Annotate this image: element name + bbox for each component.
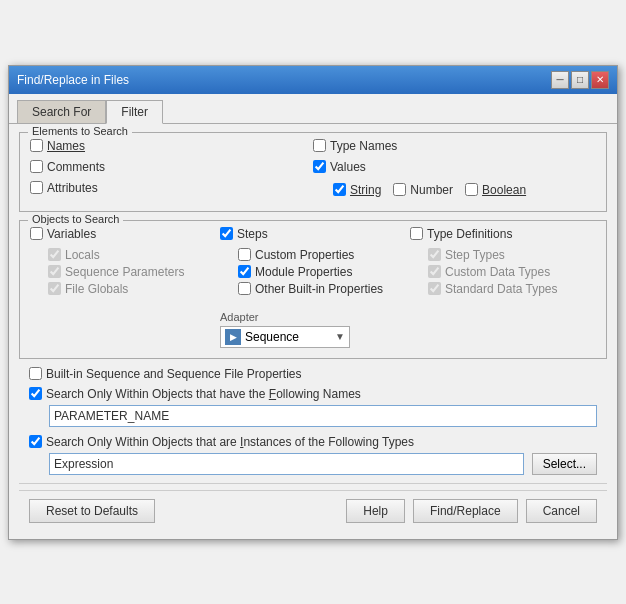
typenames-label: Type Names bbox=[330, 139, 397, 153]
objects-col2: Steps Custom Properties Module Propertie… bbox=[220, 227, 406, 348]
file-globals-checkbox[interactable] bbox=[48, 282, 61, 295]
objects-group: Objects to Search Variables Locals Seque… bbox=[19, 220, 607, 359]
checkbox-step-types: Step Types bbox=[428, 248, 596, 262]
names-checkbox[interactable] bbox=[30, 139, 43, 152]
filter-tab-content: Elements to Search Names Comments Attrib… bbox=[9, 123, 617, 539]
search-instances-label: Search Only Within Objects that are Inst… bbox=[46, 435, 414, 449]
builtin-seq-label: Built-in Sequence and Sequence File Prop… bbox=[46, 367, 302, 381]
objects-col3: Type Definitions Step Types Custom Data … bbox=[410, 227, 596, 348]
elements-col1: Names Comments Attributes bbox=[30, 139, 313, 201]
step-types-label: Step Types bbox=[445, 248, 505, 262]
variables-checkbox[interactable] bbox=[30, 227, 43, 240]
seq-params-label: Sequence Parameters bbox=[65, 265, 184, 279]
custom-data-types-checkbox[interactable] bbox=[428, 265, 441, 278]
checkbox-file-globals: File Globals bbox=[48, 282, 216, 296]
step-types-checkbox[interactable] bbox=[428, 248, 441, 261]
main-window: Find/Replace in Files ─ □ ✕ Search For F… bbox=[8, 65, 618, 540]
checkbox-steps: Steps bbox=[220, 227, 406, 241]
adapter-section: Adapter ▶ Sequence ▼ bbox=[220, 305, 406, 348]
search-names-row: Search Only Within Objects that have the… bbox=[29, 387, 597, 401]
search-instances-input[interactable] bbox=[49, 453, 524, 475]
custom-props-checkbox[interactable] bbox=[238, 248, 251, 261]
boolean-checkbox[interactable] bbox=[465, 183, 478, 196]
search-names-input[interactable] bbox=[49, 405, 597, 427]
type-defs-checkbox[interactable] bbox=[410, 227, 423, 240]
select-button[interactable]: Select... bbox=[532, 453, 597, 475]
checkbox-attributes: Attributes bbox=[30, 181, 313, 195]
checkbox-boolean: Boolean bbox=[465, 183, 526, 197]
checkbox-comments: Comments bbox=[30, 160, 313, 174]
maximize-button[interactable]: □ bbox=[571, 71, 589, 89]
module-props-label: Module Properties bbox=[255, 265, 352, 279]
tab-filter[interactable]: Filter bbox=[106, 100, 163, 124]
names-label: Names bbox=[47, 139, 85, 153]
adapter-icon: ▶ bbox=[225, 329, 241, 345]
objects-col1: Variables Locals Sequence Parameters Fil… bbox=[30, 227, 216, 348]
seq-params-checkbox[interactable] bbox=[48, 265, 61, 278]
other-builtin-label: Other Built-in Properties bbox=[255, 282, 383, 296]
checkbox-seq-params: Sequence Parameters bbox=[48, 265, 216, 279]
elements-col2: Type Names Values String Number bbox=[313, 139, 596, 201]
close-button[interactable]: ✕ bbox=[591, 71, 609, 89]
objects-grid: Variables Locals Sequence Parameters Fil… bbox=[30, 227, 596, 348]
checkbox-other-builtin: Other Built-in Properties bbox=[238, 282, 406, 296]
checkbox-standard-data-types: Standard Data Types bbox=[428, 282, 596, 296]
attributes-checkbox[interactable] bbox=[30, 181, 43, 194]
checkbox-custom-props: Custom Properties bbox=[238, 248, 406, 262]
file-globals-label: File Globals bbox=[65, 282, 128, 296]
find-replace-button[interactable]: Find/Replace bbox=[413, 499, 518, 523]
search-instances-checkbox[interactable] bbox=[29, 435, 42, 448]
values-checkbox[interactable] bbox=[313, 160, 326, 173]
search-names-checkbox[interactable] bbox=[29, 387, 42, 400]
tab-bar: Search For Filter bbox=[9, 94, 617, 123]
help-button[interactable]: Help bbox=[346, 499, 405, 523]
objects-group-title: Objects to Search bbox=[28, 213, 123, 225]
cancel-button[interactable]: Cancel bbox=[526, 499, 597, 523]
checkbox-variables: Variables bbox=[30, 227, 216, 241]
checkbox-type-defs: Type Definitions bbox=[410, 227, 596, 241]
checkbox-string: String bbox=[333, 183, 381, 197]
tab-search-for[interactable]: Search For bbox=[17, 100, 106, 123]
comments-checkbox[interactable] bbox=[30, 160, 43, 173]
reset-button[interactable]: Reset to Defaults bbox=[29, 499, 155, 523]
divider bbox=[19, 483, 607, 484]
steps-checkbox[interactable] bbox=[220, 227, 233, 240]
checkbox-locals: Locals bbox=[48, 248, 216, 262]
comments-label: Comments bbox=[47, 160, 105, 174]
custom-data-types-label: Custom Data Types bbox=[445, 265, 550, 279]
checkbox-typenames: Type Names bbox=[313, 139, 596, 153]
string-label: String bbox=[350, 183, 381, 197]
module-props-checkbox[interactable] bbox=[238, 265, 251, 278]
values-sub: String Number Boolean bbox=[333, 183, 596, 201]
other-builtin-checkbox[interactable] bbox=[238, 282, 251, 295]
elements-group: Elements to Search Names Comments Attrib… bbox=[19, 132, 607, 212]
custom-props-label: Custom Properties bbox=[255, 248, 354, 262]
checkbox-module-props: Module Properties bbox=[238, 265, 406, 279]
minimize-button[interactable]: ─ bbox=[551, 71, 569, 89]
standard-data-types-checkbox[interactable] bbox=[428, 282, 441, 295]
title-bar: Find/Replace in Files ─ □ ✕ bbox=[9, 66, 617, 94]
footer-right: Help Find/Replace Cancel bbox=[346, 499, 597, 523]
locals-label: Locals bbox=[65, 248, 100, 262]
footer: Reset to Defaults Help Find/Replace Canc… bbox=[19, 490, 607, 531]
search-instances-input-row: Select... bbox=[29, 453, 597, 475]
locals-checkbox[interactable] bbox=[48, 248, 61, 261]
elements-grid: Names Comments Attributes Type Names bbox=[30, 139, 596, 201]
checkbox-number: Number bbox=[393, 183, 453, 197]
adapter-dropdown[interactable]: ▶ Sequence ▼ bbox=[220, 326, 350, 348]
number-checkbox[interactable] bbox=[393, 183, 406, 196]
steps-label: Steps bbox=[237, 227, 268, 241]
builtin-seq-checkbox[interactable] bbox=[29, 367, 42, 380]
type-defs-label: Type Definitions bbox=[427, 227, 512, 241]
search-names-input-row bbox=[29, 405, 597, 427]
checkbox-names: Names bbox=[30, 139, 313, 153]
values-label: Values bbox=[330, 160, 366, 174]
boolean-label: Boolean bbox=[482, 183, 526, 197]
string-checkbox[interactable] bbox=[333, 183, 346, 196]
elements-group-title: Elements to Search bbox=[28, 125, 132, 137]
window-title: Find/Replace in Files bbox=[17, 73, 129, 87]
typenames-checkbox[interactable] bbox=[313, 139, 326, 152]
standard-data-types-label: Standard Data Types bbox=[445, 282, 558, 296]
footer-left: Reset to Defaults bbox=[29, 499, 155, 523]
variables-label: Variables bbox=[47, 227, 96, 241]
